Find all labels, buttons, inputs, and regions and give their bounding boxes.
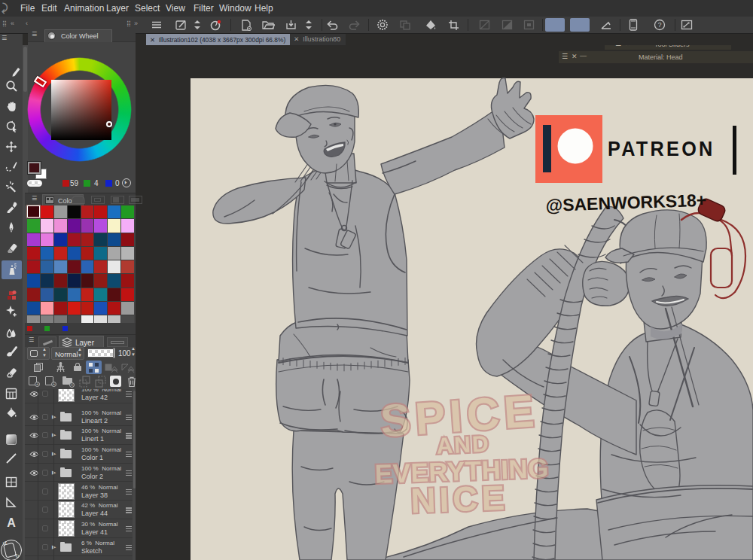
svg-text:PATREON: PATREON bbox=[608, 137, 715, 160]
svg-text:?: ? bbox=[657, 21, 661, 29]
svg-text:AND: AND bbox=[436, 431, 491, 458]
svg-text:NICE: NICE bbox=[410, 478, 509, 521]
